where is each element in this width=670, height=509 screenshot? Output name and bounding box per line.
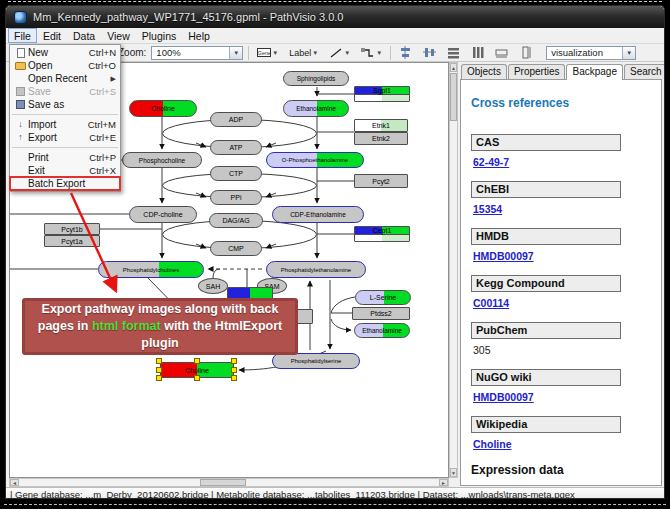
xref-source-chebi: ChEBI bbox=[471, 181, 621, 198]
horizontal-scrollbar[interactable]: ◄ ► bbox=[9, 478, 449, 487]
node-atp[interactable]: ATP bbox=[210, 140, 262, 155]
file-menu-item-exit[interactable]: ExitCtrl+X bbox=[10, 164, 120, 177]
node-pcyt2[interactable]: Pcyt2 bbox=[354, 174, 408, 188]
tab-objects[interactable]: Objects bbox=[461, 64, 507, 79]
node-pcyt1b[interactable]: Pcyt1b bbox=[44, 223, 100, 235]
new-file-icon bbox=[13, 48, 28, 58]
zoom-value: 100% bbox=[156, 47, 180, 58]
scroll-up-arrow-icon[interactable]: ▲ bbox=[450, 63, 457, 72]
file-menu-item-label: Open Recent bbox=[28, 73, 111, 84]
menu-item-plugins[interactable]: Plugins bbox=[136, 28, 182, 43]
node-cmp[interactable]: CMP bbox=[210, 241, 262, 256]
node-ctp[interactable]: CTP bbox=[210, 166, 262, 181]
menu-item-help[interactable]: Help bbox=[182, 28, 216, 43]
title-bar[interactable]: Mm_Kennedy_pathway_WP1771_45176.gpml - P… bbox=[6, 6, 664, 28]
label-tool-button[interactable]: Label ▼ bbox=[286, 45, 321, 60]
scroll-down-arrow-icon[interactable]: ▼ bbox=[450, 468, 457, 477]
xref-link-hmdb00097[interactable]: HMDB00097 bbox=[473, 250, 534, 262]
node-sah[interactable]: SAH bbox=[198, 278, 228, 294]
node-adp[interactable]: ADP bbox=[210, 112, 262, 127]
file-menu-item-open[interactable]: OpenCtrl+O bbox=[10, 59, 120, 72]
xref-source-hmdb: HMDB bbox=[471, 228, 621, 245]
file-menu-item-new[interactable]: NewCtrl+N bbox=[10, 46, 120, 59]
selection-handle[interactable] bbox=[156, 367, 162, 373]
dropdown-arrow-icon[interactable]: ▼ bbox=[344, 50, 350, 56]
vertical-scroll-thumb[interactable] bbox=[450, 73, 457, 121]
zoom-dropdown-arrow-icon[interactable]: ▼ bbox=[229, 47, 242, 59]
connector-tool-button[interactable]: ▼ bbox=[358, 45, 385, 60]
tab-search[interactable]: Search bbox=[624, 64, 665, 79]
menu-item-view[interactable]: View bbox=[101, 28, 136, 43]
tab-properties[interactable]: Properties bbox=[508, 64, 566, 79]
horizontal-scroll-thumb[interactable] bbox=[200, 479, 246, 486]
node-cdp-ethanolamine[interactable]: CDP-Ethanolamine bbox=[272, 206, 364, 223]
node-ppi[interactable]: PPi bbox=[210, 190, 262, 205]
node-pcyt1a[interactable]: Pcyt1a bbox=[44, 235, 100, 247]
node-etnk2[interactable]: Etnk2 bbox=[354, 132, 408, 145]
node-dag-ag[interactable]: DAG/AG bbox=[209, 213, 263, 228]
line-tool-button[interactable]: ▼ bbox=[326, 45, 353, 60]
scroll-right-arrow-icon[interactable]: ► bbox=[439, 479, 448, 486]
selection-handle[interactable] bbox=[156, 375, 162, 381]
common-height-button[interactable] bbox=[516, 45, 535, 60]
file-menu-item-batch-export[interactable]: Batch Export bbox=[10, 177, 120, 190]
visualization-dropdown-arrow-icon[interactable]: ▼ bbox=[622, 47, 635, 59]
tab-backpage[interactable]: Backpage bbox=[566, 64, 622, 80]
selection-handle[interactable] bbox=[231, 358, 237, 364]
align-center-x-button[interactable] bbox=[396, 45, 415, 60]
menu-item-data[interactable]: Data bbox=[67, 28, 101, 43]
xref-link-c00114[interactable]: C00114 bbox=[473, 297, 509, 309]
scroll-left-arrow-icon[interactable]: ◄ bbox=[10, 479, 19, 486]
datanode-tool-button[interactable]: Gene ▼ bbox=[254, 45, 281, 60]
menu-item-edit[interactable]: Edit bbox=[37, 28, 67, 43]
node-phosphatidylserine[interactable]: Phosphatidylserine bbox=[272, 353, 360, 369]
dropdown-arrow-icon[interactable]: ▼ bbox=[272, 50, 278, 56]
node-ethanolamine[interactable]: Ethanolamine bbox=[354, 323, 410, 338]
node-label: Cept1 bbox=[355, 227, 409, 234]
xref-link-62-49-7[interactable]: 62-49-7 bbox=[473, 156, 509, 168]
elbow-connector-icon bbox=[361, 47, 375, 59]
xref-link-hmdb00097[interactable]: HMDB00097 bbox=[473, 391, 534, 403]
node-ethanolamine[interactable]: Ethanolamine bbox=[283, 100, 349, 117]
menu-item-file[interactable]: File bbox=[8, 28, 37, 43]
node-l-serine[interactable]: L-Serine bbox=[355, 290, 411, 305]
node-cept1[interactable]: Cept1 bbox=[354, 226, 410, 242]
node-sgpl1[interactable]: Sgpl1 bbox=[354, 86, 410, 102]
xref-link-15354[interactable]: 15354 bbox=[473, 203, 502, 215]
selection-handle[interactable] bbox=[194, 358, 200, 364]
distribute-vertical-button[interactable] bbox=[468, 45, 487, 60]
selection-handle[interactable] bbox=[194, 375, 200, 381]
node-sphingolipids[interactable]: Sphingolipids bbox=[283, 71, 349, 86]
node-o-phosphoethanolamine[interactable]: O-Phosphoethanolamine bbox=[266, 152, 364, 168]
file-menu-item-import[interactable]: ↓ImportCtrl+M bbox=[10, 118, 120, 131]
file-menu-item-open-recent[interactable]: Open Recent▶ bbox=[10, 72, 120, 85]
shortcut-label: Ctrl+E bbox=[89, 132, 116, 143]
xref-link-choline[interactable]: Choline bbox=[473, 438, 512, 450]
node-ptdss2[interactable]: Ptdss2 bbox=[352, 307, 410, 320]
align-center-y-button[interactable] bbox=[420, 45, 439, 60]
node-etnk1[interactable]: Etnk1 bbox=[354, 119, 408, 132]
selection-handle[interactable] bbox=[156, 358, 162, 364]
zoom-combobox[interactable]: 100% ▼ bbox=[151, 46, 243, 60]
shortcut-label: Ctrl+P bbox=[89, 152, 116, 163]
common-width-button[interactable] bbox=[492, 45, 511, 60]
node-cdp-choline[interactable]: CDP-choline bbox=[129, 206, 197, 223]
visualization-combobox[interactable]: visualization ▼ bbox=[546, 46, 636, 60]
file-menu-item-print[interactable]: PrintCtrl+P bbox=[10, 151, 120, 164]
submenu-arrow-icon: ▶ bbox=[111, 75, 116, 83]
selection-handle[interactable] bbox=[231, 375, 237, 381]
selection-handle[interactable] bbox=[231, 367, 237, 373]
node-phosphatidylethanolamine[interactable]: Phosphatidylethanolamine bbox=[266, 261, 366, 278]
distribute-horizontal-icon bbox=[447, 46, 460, 59]
node-phosphocholine[interactable]: Phosphocholine bbox=[122, 152, 202, 168]
dropdown-arrow-icon[interactable]: ▼ bbox=[312, 50, 318, 56]
node-choline[interactable]: Choline bbox=[129, 100, 197, 117]
line-icon bbox=[329, 47, 343, 59]
file-menu-item-export[interactable]: ↑ExportCtrl+E bbox=[10, 131, 120, 144]
node-phosphatidylcholines[interactable]: Phosphatidylcholines bbox=[98, 261, 204, 278]
distribute-horizontal-button[interactable] bbox=[444, 45, 463, 60]
file-menu-item-save-as[interactable]: Save as bbox=[10, 98, 120, 111]
common-width-icon bbox=[495, 46, 508, 59]
dropdown-arrow-icon[interactable]: ▼ bbox=[376, 50, 382, 56]
vertical-scrollbar[interactable]: ▲ ▼ bbox=[449, 62, 458, 478]
